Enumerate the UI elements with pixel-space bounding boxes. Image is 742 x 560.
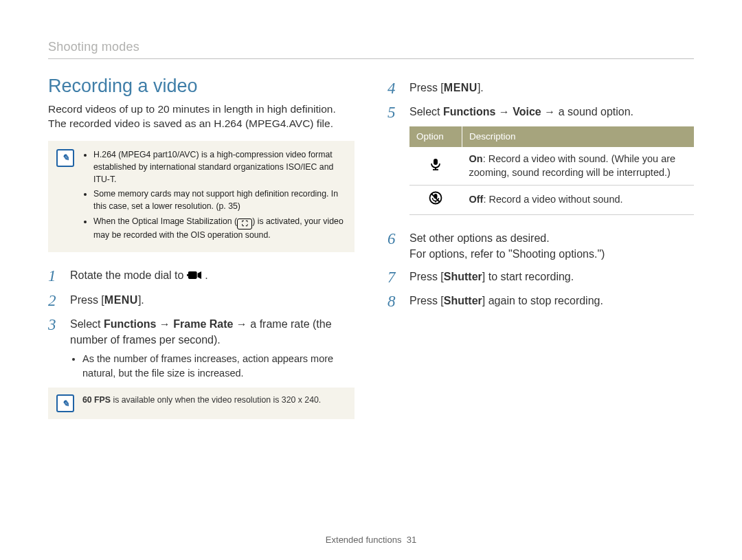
footer-section-label: Extended functions [326,535,402,545]
step-body: Press [MENU]. [70,292,355,309]
note-icon: ✎ [56,149,74,167]
step-number: 4 [387,80,401,97]
fps-rest: is available only when the video resolut… [111,395,321,405]
option-icon-cell [409,147,462,186]
step-text: ] to start recording. [482,271,574,282]
step-body: Select Functions → Voice → a sound optio… [409,104,694,223]
step-number: 1 [48,267,62,284]
step-2: 2 Press [MENU]. [48,292,355,309]
arrow-sep: → [156,318,173,330]
step-6: 6 Set other options as desired. For opti… [387,230,694,262]
step-body: Select Functions → Frame Rate → a frame … [70,316,355,381]
step-number: 2 [48,292,62,309]
mic-on-icon [429,157,442,175]
step-text: Select [409,106,443,117]
step-text: Select [70,318,104,330]
menu-key-label: MENU [104,294,138,306]
table-row: Off: Record a video without sound. [409,186,694,215]
step-text: a sound option. [559,106,633,117]
step-4: 4 Press [MENU]. [387,80,694,97]
shutter-label: Shutter [444,295,482,306]
step-body: Press [Shutter] again to stop recording. [409,293,694,310]
chapter-title: Shooting modes [48,40,694,54]
voice-label: Voice [513,106,541,117]
step-8: 8 Press [Shutter] again to stop recordin… [387,293,694,310]
page-footer: Extended functions 31 [0,535,742,545]
menu-key-label: MENU [444,82,477,93]
divider [48,58,694,59]
option-desc-cell: Off: Record a video without sound. [462,186,695,215]
footer-page-number: 31 [407,535,416,545]
info-note-box: ✎ H.264 (MPEG4 part10/AVC) is a high-com… [48,141,355,253]
shutter-label: Shutter [444,271,482,282]
svg-rect-0 [188,271,197,279]
step-text: Press [ [409,82,444,93]
right-column: 4 Press [MENU]. 5 Select Functions → Voi… [387,76,694,434]
step-number: 5 [387,104,401,223]
video-mode-icon [187,271,202,280]
step-text: ] again to stop recording. [482,295,603,306]
step-3: 3 Select Functions → Frame Rate → a fram… [48,316,355,381]
left-column: Recording a video Record videos of up to… [48,76,355,434]
step-text: Press [ [409,295,444,306]
step-text: . [205,269,207,281]
note-icon: ✎ [56,394,74,412]
step-text: Set other options as desired. [409,232,550,244]
option-on-desc: : Record a video with sound. (While you … [469,153,676,178]
frame-rate-label: Frame Rate [173,318,233,330]
option-on-label: On [469,153,483,164]
option-off-label: Off [469,194,484,205]
intro-text: Record videos of up to 20 minutes in len… [48,102,355,131]
option-off-desc: : Record a video without sound. [483,194,622,205]
arrow-sep: → [233,318,250,330]
option-icon-cell [409,186,462,215]
option-desc-cell: On: Record a video with sound. (While yo… [462,147,695,186]
step-body: Press [MENU]. [409,80,694,97]
step-text: Press [ [70,294,104,306]
info-note-list: H.264 (MPEG4 part10/AVC) is a high-compr… [82,149,344,245]
step-7: 7 Press [Shutter] to start recording. [387,269,694,286]
svg-rect-2 [434,159,438,165]
functions-label: Functions [443,106,495,117]
step-text: Rotate the mode dial to [70,269,187,281]
table-head-description: Description [462,126,695,147]
arrow-sep: → [541,106,559,117]
intro-line-1: Record videos of up to 20 minutes in len… [48,103,336,115]
info-bullet: Some memory cards may not support high d… [93,188,344,213]
intro-line-2: The recorded video is saved as an H.264 … [48,117,333,129]
mic-off-icon [429,191,442,209]
step-text: ]. [138,294,144,306]
step-1: 1 Rotate the mode dial to . [48,267,355,284]
table-row: On: Record a video with sound. (While yo… [409,147,694,186]
step-body: Press [Shutter] to start recording. [409,269,694,286]
info-bullet: When the Optical Image Stabilization (⛶)… [93,216,344,241]
step-5: 5 Select Functions → Voice → a sound opt… [387,104,694,223]
step-number: 8 [387,293,401,310]
step-number: 6 [387,230,401,262]
step-sub-list: As the number of frames increases, actio… [70,352,355,381]
step-text: Press [ [409,271,444,282]
fps-bold: 60 FPS [82,395,111,405]
table-head-option: Option [409,126,462,147]
fps-note-text: 60 FPS is available only when the video … [82,394,321,412]
fps-note-box: ✎ 60 FPS is available only when the vide… [48,388,355,419]
step-text: For options, refer to "Shooting options.… [409,248,605,260]
step-number: 7 [387,269,401,286]
step-body: Rotate the mode dial to . [70,267,355,284]
step-body: Set other options as desired. For option… [409,230,694,262]
info-bullet: H.264 (MPEG4 part10/AVC) is a high-compr… [93,149,344,186]
functions-label: Functions [104,318,156,330]
sound-options-table: Option Description [409,126,694,214]
ois-icon: ⛶ [237,219,252,229]
step-number: 3 [48,316,62,381]
step-text: ]. [477,82,484,93]
arrow-sep: → [495,106,513,117]
section-title: Recording a video [48,76,355,97]
step-sub-bullet: As the number of frames increases, actio… [82,352,355,381]
